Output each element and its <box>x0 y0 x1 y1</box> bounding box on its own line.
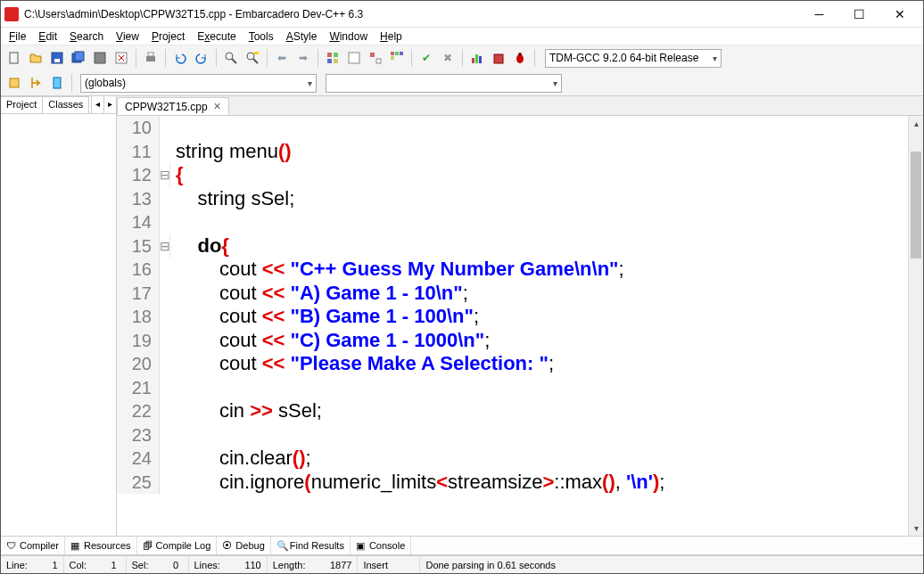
replace-button[interactable] <box>243 48 262 68</box>
new-file-button[interactable] <box>4 48 24 68</box>
code-line[interactable]: do{ <box>170 234 229 258</box>
delete-profile-button[interactable] <box>489 48 508 68</box>
minimize-button[interactable]: ─ <box>799 1 839 27</box>
svg-rect-26 <box>475 54 478 63</box>
close-tab-icon[interactable]: ✕ <box>213 101 221 112</box>
run-button[interactable] <box>344 48 364 68</box>
svg-rect-0 <box>10 53 18 63</box>
open-file-button[interactable] <box>26 48 45 68</box>
vertical-scrollbar[interactable]: ▴ ▾ <box>908 116 923 536</box>
code-line[interactable]: cout << "C++ Guess My Number Game\n\n"; <box>170 258 624 282</box>
svg-point-11 <box>247 53 254 60</box>
code-line[interactable]: cout << "B) Game 1 - 100\n"; <box>170 305 479 329</box>
console-icon: ▣ <box>356 540 367 551</box>
profile-button[interactable] <box>467 48 487 68</box>
tab-project[interactable]: Project <box>1 96 43 113</box>
back-button[interactable]: ⬅ <box>272 48 292 68</box>
svg-rect-23 <box>400 52 403 55</box>
stop-button[interactable]: ✖ <box>438 48 458 68</box>
close-button[interactable]: ✕ <box>879 1 920 27</box>
project-tree[interactable] <box>1 114 116 536</box>
compile-run-button[interactable] <box>366 48 385 68</box>
status-length: Length: 1877 <box>268 556 359 573</box>
rebuild-button[interactable] <box>387 48 407 68</box>
code-line[interactable]: cin.clear(); <box>170 447 311 471</box>
app-icon <box>4 7 19 21</box>
member-selector[interactable]: ▾ <box>326 74 562 93</box>
scroll-down-arrow[interactable]: ▾ <box>909 521 923 536</box>
redo-button[interactable] <box>192 48 211 68</box>
menu-tools[interactable]: Tools <box>243 29 280 45</box>
scrollbar-thumb[interactable] <box>911 152 921 258</box>
menu-view[interactable]: View <box>110 29 145 45</box>
debug-button[interactable]: ✔ <box>417 48 436 68</box>
find-button[interactable] <box>221 48 241 68</box>
debug-bug-button[interactable] <box>510 48 530 68</box>
line-number: 19 <box>117 329 160 353</box>
menu-execute[interactable]: Execute <box>191 29 242 45</box>
code-line[interactable]: string sSel; <box>170 187 294 211</box>
print-button[interactable] <box>141 48 161 68</box>
code-editor[interactable]: 1011string menu()12⊟{13 string sSel;1415… <box>117 116 908 536</box>
tab-console[interactable]: ▣Console <box>351 537 411 554</box>
bookmark-button[interactable] <box>47 73 67 93</box>
line-number: 22 <box>117 399 160 423</box>
line-number: 23 <box>117 423 160 447</box>
tab-scroll-right[interactable]: ▸ <box>103 96 116 113</box>
code-line[interactable]: { <box>170 163 184 187</box>
menu-project[interactable]: Project <box>145 29 191 45</box>
menu-window[interactable]: Window <box>323 29 374 45</box>
tab-resources[interactable]: ▦Resources <box>65 537 137 554</box>
menu-help[interactable]: Help <box>374 29 408 45</box>
tab-find-results[interactable]: 🔍Find Results <box>271 537 351 554</box>
svg-rect-13 <box>254 52 259 54</box>
new-class-button[interactable] <box>4 73 24 93</box>
code-line[interactable]: cout << "A) Game 1 - 10\n"; <box>170 282 468 306</box>
code-line[interactable]: cin >> sSel; <box>170 399 322 423</box>
save-button[interactable] <box>47 48 67 68</box>
svg-rect-17 <box>334 59 338 63</box>
close-file-button[interactable] <box>111 48 131 68</box>
scroll-up-arrow[interactable]: ▴ <box>909 116 923 131</box>
fold-marker[interactable]: ⊟ <box>160 234 170 258</box>
status-line: Line: 1 <box>1 556 64 573</box>
tab-scroll-left[interactable]: ◂ <box>91 96 103 113</box>
maximize-button[interactable]: ☐ <box>839 1 879 27</box>
code-line[interactable]: cout << "Please Make A Selection: "; <box>170 352 554 376</box>
code-line[interactable]: string menu() <box>170 140 292 164</box>
tab-debug[interactable]: ⦿Debug <box>217 537 270 554</box>
undo-button[interactable] <box>170 48 190 68</box>
menu-file[interactable]: File <box>3 29 32 45</box>
save-all-button[interactable] <box>69 48 88 68</box>
file-tab[interactable]: CPPW32T15.cpp ✕ <box>117 97 229 115</box>
compiler-selector[interactable]: TDM-GCC 9.2.0 64-bit Release ▾ <box>545 49 722 68</box>
goto-button[interactable] <box>26 73 45 93</box>
title-bar: C:\Users\admin\Desktop\CPPW32T15.cpp - E… <box>1 1 923 28</box>
code-line[interactable]: cin.ignore(numeric_limits<streamsize>::m… <box>170 471 664 495</box>
svg-rect-7 <box>146 56 155 62</box>
forward-button[interactable]: ➡ <box>293 48 313 68</box>
globals-selector[interactable]: (globals) ▾ <box>80 74 317 93</box>
menu-astyle[interactable]: AStyle <box>280 29 324 45</box>
svg-rect-5 <box>95 53 105 63</box>
tab-classes[interactable]: Classes <box>43 96 89 113</box>
tab-compiler[interactable]: 🛡Compiler <box>1 537 65 554</box>
svg-rect-19 <box>370 53 375 57</box>
line-number: 25 <box>117 471 160 495</box>
chevron-down-icon: ▾ <box>553 78 557 88</box>
status-bar: Line: 1 Col: 1 Sel: 0 Lines: 110 Length:… <box>1 555 923 573</box>
svg-rect-31 <box>10 78 19 87</box>
svg-rect-16 <box>327 59 332 63</box>
tab-compile-log[interactable]: 🗐Compile Log <box>137 537 218 554</box>
svg-line-10 <box>232 59 236 63</box>
main-area: Project Classes ◂ ▸ CPPW32T15.cpp ✕ 1011… <box>1 96 923 536</box>
line-number: 21 <box>117 376 160 400</box>
compile-button[interactable] <box>323 48 342 68</box>
menu-search[interactable]: Search <box>63 29 110 45</box>
menu-edit[interactable]: Edit <box>32 29 63 45</box>
line-number: 17 <box>117 282 160 306</box>
fold-marker[interactable]: ⊟ <box>160 163 170 187</box>
save-as-button[interactable] <box>90 48 110 68</box>
line-number: 24 <box>117 447 160 471</box>
code-line[interactable]: cout << "C) Game 1 - 1000\n"; <box>170 329 490 353</box>
